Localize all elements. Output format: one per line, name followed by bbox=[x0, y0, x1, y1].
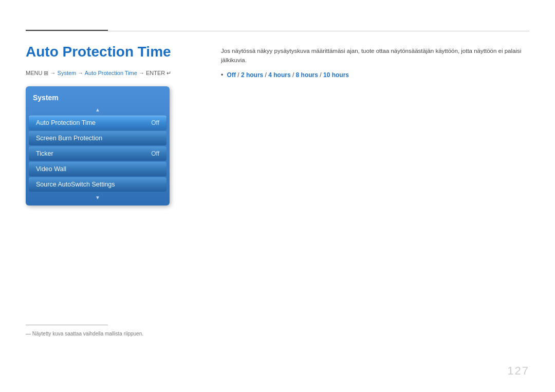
page-title: Auto Protection Time bbox=[26, 44, 200, 60]
option-2hours: 2 hours bbox=[241, 71, 263, 79]
breadcrumb-apt[interactable]: Auto Protection Time bbox=[85, 70, 137, 76]
menu-item-sbp[interactable]: Screen Burn Protection bbox=[29, 131, 166, 145]
breadcrumb-menu: MENU bbox=[26, 70, 42, 76]
left-column: Auto Protection Time MENU ⊞ → System → A… bbox=[26, 39, 200, 206]
options-list: • Off / 2 hours / 4 hours / 8 hours / 10… bbox=[221, 70, 529, 80]
right-column: Jos näytössä näkyy pysäytyskuva määrittä… bbox=[221, 46, 529, 80]
option-10hours: 10 hours bbox=[323, 71, 349, 79]
menu-item-autoswitch-label: Source AutoSwitch Settings bbox=[36, 181, 115, 188]
menu-item-ticker[interactable]: Ticker Off bbox=[29, 146, 166, 161]
menu-item-autoswitch[interactable]: Source AutoSwitch Settings bbox=[29, 177, 166, 192]
footnote: ― Näytetty kuva saattaa vaihdella mallis… bbox=[26, 331, 143, 337]
menu-item-ticker-label: Ticker bbox=[36, 150, 53, 157]
menu-item-videowall[interactable]: Video Wall bbox=[29, 162, 166, 176]
separator-1: / bbox=[237, 71, 241, 79]
option-4hours: 4 hours bbox=[268, 71, 290, 79]
breadcrumb-system[interactable]: System bbox=[58, 70, 77, 76]
separator-3: / bbox=[292, 71, 296, 79]
menu-item-apt[interactable]: Auto Protection Time Off bbox=[29, 116, 166, 130]
menu-item-apt-value: Off bbox=[151, 119, 159, 126]
option-8hours: 8 hours bbox=[296, 71, 318, 79]
description-text: Jos näytössä näkyy pysäytyskuva määrittä… bbox=[221, 46, 529, 65]
option-off: Off bbox=[227, 71, 236, 79]
scroll-down-indicator[interactable]: ▼ bbox=[26, 193, 170, 201]
menu-item-videowall-label: Video Wall bbox=[36, 165, 66, 173]
menu-item-sbp-label: Screen Burn Protection bbox=[36, 135, 102, 142]
page-number: 127 bbox=[507, 364, 529, 378]
footnote-divider bbox=[26, 325, 108, 325]
top-line bbox=[26, 31, 529, 31]
menu-item-ticker-value: Off bbox=[151, 150, 159, 157]
separator-4: / bbox=[320, 71, 323, 79]
breadcrumb: MENU ⊞ → System → Auto Protection Time →… bbox=[26, 69, 200, 77]
breadcrumb-enter-icon: ↵ bbox=[166, 70, 171, 76]
system-panel: System ▲ Auto Protection Time Off Screen… bbox=[26, 86, 170, 206]
bullet-icon: • bbox=[221, 71, 223, 79]
menu-item-apt-label: Auto Protection Time bbox=[36, 119, 96, 126]
scroll-up-indicator[interactable]: ▲ bbox=[26, 106, 170, 115]
system-panel-title: System bbox=[26, 90, 170, 106]
breadcrumb-icon1: ⊞ bbox=[44, 70, 48, 76]
